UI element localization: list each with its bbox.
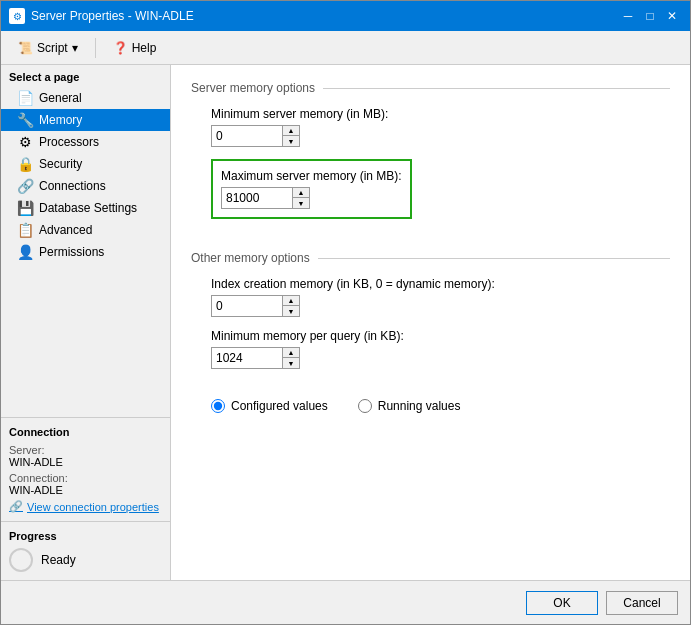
radio-group: Configured values Running values [191, 389, 670, 423]
window-title: Server Properties - WIN-ADLE [31, 9, 194, 23]
max-memory-row: ▲ ▼ [221, 187, 402, 209]
progress-status: Ready [41, 553, 76, 567]
sidebar-item-database-settings[interactable]: 💾 Database Settings [1, 197, 170, 219]
other-memory-section: Other memory options Index creation memo… [191, 251, 670, 369]
title-bar-left: ⚙ Server Properties - WIN-ADLE [9, 8, 194, 24]
max-memory-input[interactable] [222, 188, 292, 208]
index-memory-spinbox: ▲ ▼ [211, 295, 300, 317]
ok-button[interactable]: OK [526, 591, 598, 615]
max-memory-spinbox: ▲ ▼ [221, 187, 310, 209]
toolbar-separator [95, 38, 96, 58]
running-values-option[interactable]: Running values [358, 399, 461, 413]
query-memory-down-btn[interactable]: ▼ [283, 358, 299, 368]
select-page-header: Select a page [1, 65, 170, 87]
max-memory-spin-buttons: ▲ ▼ [292, 188, 309, 208]
toolbar: 📜 Script ▾ ❓ Help [1, 31, 690, 65]
query-memory-up-btn[interactable]: ▲ [283, 348, 299, 358]
advanced-icon: 📋 [17, 222, 33, 238]
permissions-icon: 👤 [17, 244, 33, 260]
connection-label: Connection: [9, 472, 162, 484]
memory-icon: 🔧 [17, 112, 33, 128]
security-icon: 🔒 [17, 156, 33, 172]
index-memory-label: Index creation memory (in KB, 0 = dynami… [211, 277, 670, 291]
close-button[interactable]: ✕ [662, 6, 682, 26]
sidebar-item-label-memory: Memory [39, 113, 82, 127]
sidebar-item-memory[interactable]: 🔧 Memory [1, 109, 170, 131]
sidebar-item-permissions[interactable]: 👤 Permissions [1, 241, 170, 263]
index-memory-down-btn[interactable]: ▼ [283, 306, 299, 316]
max-memory-down-btn[interactable]: ▼ [293, 198, 309, 208]
query-memory-group: Minimum memory per query (in KB): ▲ ▼ [191, 329, 670, 369]
running-values-label: Running values [378, 399, 461, 413]
min-memory-label: Minimum server memory (in MB): [211, 107, 670, 121]
script-label: Script [37, 41, 68, 55]
sidebar-item-advanced[interactable]: 📋 Advanced [1, 219, 170, 241]
connection-header: Connection [9, 426, 162, 438]
general-icon: 📄 [17, 90, 33, 106]
query-memory-spin-buttons: ▲ ▼ [282, 348, 299, 368]
query-memory-spinbox: ▲ ▼ [211, 347, 300, 369]
index-memory-group: Index creation memory (in KB, 0 = dynami… [191, 277, 670, 317]
min-memory-spinbox: ▲ ▼ [211, 125, 300, 147]
cancel-button[interactable]: Cancel [606, 591, 678, 615]
query-memory-label: Minimum memory per query (in KB): [211, 329, 670, 343]
index-memory-row: ▲ ▼ [211, 295, 670, 317]
sidebar-item-connections[interactable]: 🔗 Connections [1, 175, 170, 197]
maximize-button[interactable]: □ [640, 6, 660, 26]
main-content: Server memory options Minimum server mem… [171, 65, 690, 580]
running-radio[interactable] [358, 399, 372, 413]
title-bar: ⚙ Server Properties - WIN-ADLE ─ □ ✕ [1, 1, 690, 31]
index-memory-input[interactable] [212, 296, 282, 316]
sidebar-item-processors[interactable]: ⚙ Processors [1, 131, 170, 153]
max-memory-up-btn[interactable]: ▲ [293, 188, 309, 198]
progress-row: Ready [9, 548, 162, 572]
other-memory-label: Other memory options [191, 251, 670, 265]
sidebar-item-general[interactable]: 📄 General [1, 87, 170, 109]
min-memory-group: Minimum server memory (in MB): ▲ ▼ [191, 107, 670, 147]
connection-value: WIN-ADLE [9, 484, 162, 496]
server-memory-label: Server memory options [191, 81, 670, 95]
help-button[interactable]: ❓ Help [104, 37, 166, 59]
min-memory-input[interactable] [212, 126, 282, 146]
server-label: Server: [9, 444, 162, 456]
query-memory-input[interactable] [212, 348, 282, 368]
database-icon: 💾 [17, 200, 33, 216]
content-area: Select a page 📄 General 🔧 Memory ⚙ Proce… [1, 65, 690, 580]
sidebar-item-label-permissions: Permissions [39, 245, 104, 259]
configured-radio[interactable] [211, 399, 225, 413]
min-memory-up-btn[interactable]: ▲ [283, 126, 299, 136]
sidebar-item-label-processors: Processors [39, 135, 99, 149]
min-memory-down-btn[interactable]: ▼ [283, 136, 299, 146]
sidebar-item-label-advanced: Advanced [39, 223, 92, 237]
minimize-button[interactable]: ─ [618, 6, 638, 26]
script-icon: 📜 [18, 41, 33, 55]
min-memory-row: ▲ ▼ [211, 125, 670, 147]
main-window: ⚙ Server Properties - WIN-ADLE ─ □ ✕ 📜 S… [0, 0, 691, 625]
configured-values-option[interactable]: Configured values [211, 399, 328, 413]
processors-icon: ⚙ [17, 134, 33, 150]
sidebar-item-security[interactable]: 🔒 Security [1, 153, 170, 175]
progress-spinner [9, 548, 33, 572]
server-memory-section: Server memory options Minimum server mem… [191, 81, 670, 231]
connection-link-icon: 🔗 [9, 500, 23, 513]
connection-section: Connection Server: WIN-ADLE Connection: … [1, 417, 170, 521]
script-button[interactable]: 📜 Script ▾ [9, 37, 87, 59]
query-memory-row: ▲ ▼ [211, 347, 670, 369]
bottom-bar: OK Cancel [1, 580, 690, 624]
title-bar-controls: ─ □ ✕ [618, 6, 682, 26]
sidebar-item-label-database: Database Settings [39, 201, 137, 215]
index-memory-spin-buttons: ▲ ▼ [282, 296, 299, 316]
window-icon: ⚙ [9, 8, 25, 24]
index-memory-up-btn[interactable]: ▲ [283, 296, 299, 306]
connections-icon: 🔗 [17, 178, 33, 194]
max-memory-label: Maximum server memory (in MB): [221, 169, 402, 183]
help-label: Help [132, 41, 157, 55]
sidebar-item-label-connections: Connections [39, 179, 106, 193]
progress-section: Progress Ready [1, 521, 170, 580]
server-value: WIN-ADLE [9, 456, 162, 468]
max-memory-highlighted: Maximum server memory (in MB): ▲ ▼ [211, 159, 412, 219]
sidebar-item-label-general: General [39, 91, 82, 105]
sidebar-item-label-security: Security [39, 157, 82, 171]
view-connection-link[interactable]: 🔗 View connection properties [9, 500, 162, 513]
max-memory-group: Maximum server memory (in MB): ▲ ▼ [191, 159, 670, 231]
